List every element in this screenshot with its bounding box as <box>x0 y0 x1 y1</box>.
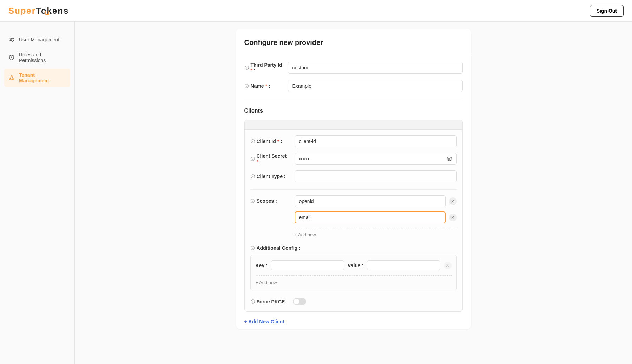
info-icon <box>244 65 249 70</box>
svg-point-3 <box>11 76 12 77</box>
key-label: Key : <box>256 263 268 268</box>
provider-card: Configure new provider Third Party Id * … <box>236 29 471 329</box>
name-input[interactable] <box>288 80 463 92</box>
sidebar-item-tenant-management[interactable]: Tenant Management <box>4 69 70 87</box>
sidebar-item-label: Tenant Management <box>19 72 66 83</box>
value-input[interactable] <box>367 260 440 270</box>
sidebar: User Management Roles and Permissions Te… <box>0 22 75 364</box>
name-label: Name * : <box>244 83 283 89</box>
third-party-id-label: Third Party Id * : <box>244 62 283 73</box>
name-row: Name * : <box>244 80 463 92</box>
remove-scope-button[interactable]: ✕ <box>449 197 457 205</box>
force-pkce-toggle[interactable] <box>293 298 306 305</box>
logo-super: Super <box>8 6 36 16</box>
additional-config-label: Additional Config : <box>250 245 457 251</box>
shield-icon <box>8 54 15 61</box>
third-party-id-row: Third Party Id * : <box>244 62 463 74</box>
required-mark: * <box>251 68 252 73</box>
required-mark: * <box>257 159 258 164</box>
svg-point-2 <box>11 57 12 58</box>
info-icon <box>244 83 249 88</box>
scope-line: ✕ <box>295 211 457 223</box>
info-icon <box>250 299 255 304</box>
scope-input-0[interactable] <box>295 195 446 207</box>
remove-kv-button[interactable]: ✕ <box>444 262 452 269</box>
remove-scope-button[interactable]: ✕ <box>449 214 457 221</box>
required-mark: * <box>277 139 279 144</box>
scopes-row: Scopes : ✕ ✕ + Add new <box>250 195 457 237</box>
client-secret-input[interactable] <box>295 153 457 165</box>
sidebar-item-roles-permissions[interactable]: Roles and Permissions <box>4 48 70 67</box>
client-box-header <box>245 120 462 130</box>
force-pkce-label: Force PKCE : <box>250 299 288 304</box>
page-title: Configure new provider <box>236 39 471 55</box>
main: Configure new provider Third Party Id * … <box>75 22 632 364</box>
info-icon <box>250 139 255 144</box>
header: Super Tokens Sign Out <box>0 0 632 22</box>
clients-heading: Clients <box>236 100 471 120</box>
client-box: Client Id * : Client Secret * : <box>244 120 463 312</box>
client-id-label: Client Id * : <box>250 139 290 144</box>
client-id-input[interactable] <box>295 135 457 147</box>
third-party-id-input[interactable] <box>288 62 463 74</box>
scopes-label: Scopes : <box>250 198 290 204</box>
info-icon <box>250 198 255 203</box>
info-icon <box>250 245 255 250</box>
add-new-client-button[interactable]: + Add New Client <box>236 312 471 326</box>
eye-icon[interactable] <box>446 156 453 162</box>
info-icon <box>250 174 255 179</box>
scope-input-1[interactable] <box>295 211 446 223</box>
client-id-row: Client Id * : <box>250 135 457 147</box>
add-scope-button[interactable]: + Add new <box>295 228 457 237</box>
sign-out-button[interactable]: Sign Out <box>590 5 624 17</box>
required-mark: * <box>265 83 267 89</box>
additional-config-box: Key : Value : ✕ + Add new <box>250 255 457 290</box>
users-icon <box>8 36 15 43</box>
client-type-label: Client Type : <box>250 174 290 179</box>
client-type-input[interactable] <box>295 170 457 182</box>
key-input[interactable] <box>271 260 344 270</box>
sidebar-item-user-management[interactable]: User Management <box>4 33 70 46</box>
divider <box>250 189 457 190</box>
sidebar-item-label: User Management <box>19 37 59 42</box>
kv-row: Key : Value : ✕ <box>256 260 452 270</box>
scope-line: ✕ <box>295 195 457 207</box>
add-kv-button[interactable]: + Add new <box>256 275 452 285</box>
logo: Super Tokens <box>8 6 69 16</box>
sidebar-item-label: Roles and Permissions <box>19 52 66 63</box>
force-pkce-row: Force PKCE : <box>250 298 457 305</box>
logo-tokens: Tokens <box>36 6 69 16</box>
client-secret-label: Client Secret * : <box>250 153 290 164</box>
client-secret-row: Client Secret * : <box>250 153 457 165</box>
svg-point-0 <box>10 38 12 40</box>
client-type-row: Client Type : <box>250 170 457 182</box>
value-label: Value : <box>348 263 363 268</box>
svg-point-1 <box>12 38 14 39</box>
info-icon <box>250 156 255 161</box>
tenant-icon <box>8 75 15 81</box>
svg-point-10 <box>448 158 450 160</box>
